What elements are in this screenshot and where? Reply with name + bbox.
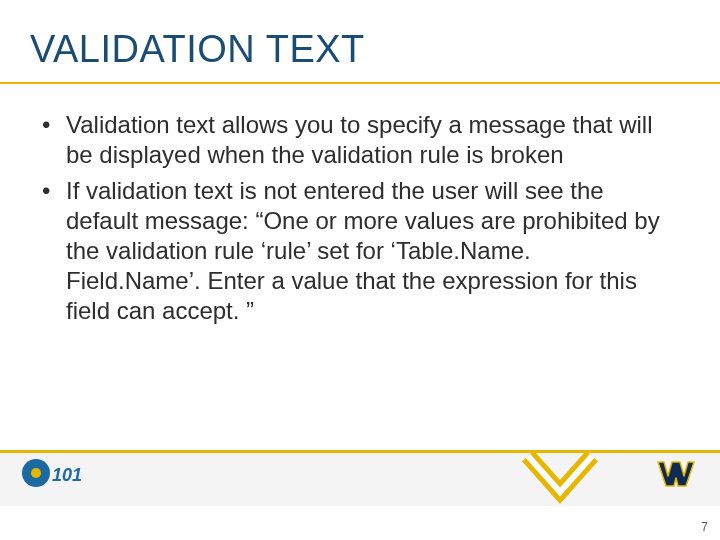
cs101-logo: 101 (22, 456, 82, 494)
slide: VALIDATION TEXT Validation text allows y… (0, 0, 720, 540)
chevron-decoration (520, 438, 600, 518)
svg-point-1 (31, 468, 41, 478)
content-area: Validation text allows you to specify a … (38, 110, 660, 332)
page-title: VALIDATION TEXT (30, 28, 365, 71)
footer-bar (0, 450, 720, 506)
list-item: Validation text allows you to specify a … (38, 110, 660, 170)
page-number: 7 (701, 520, 708, 534)
bullet-list: Validation text allows you to specify a … (38, 110, 660, 326)
svg-text:101: 101 (52, 465, 82, 485)
wv-logo-icon (656, 458, 696, 494)
title-underline (0, 82, 720, 84)
list-item: If validation text is not entered the us… (38, 176, 660, 326)
